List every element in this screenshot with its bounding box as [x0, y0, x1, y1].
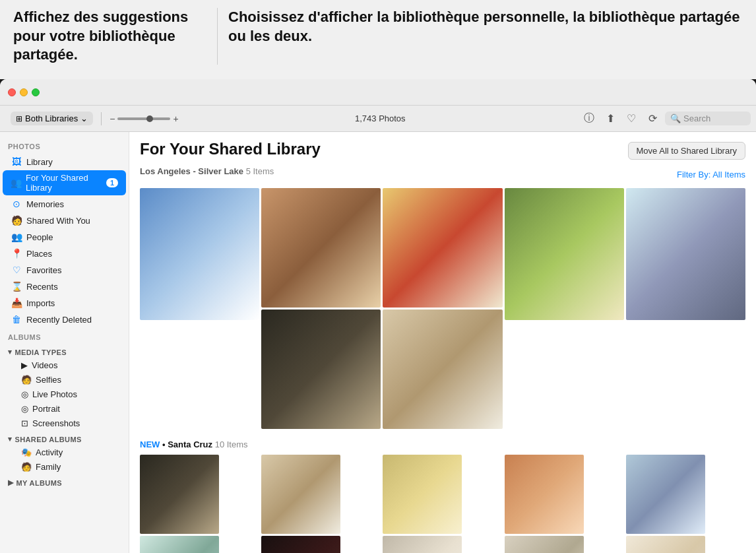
sidebar-label-favorites: Favorites	[26, 265, 61, 275]
chevron-shared-icon: ▾	[8, 435, 12, 443]
search-box[interactable]: 🔍 Search	[665, 112, 751, 125]
sidebar-group-media-types[interactable]: ▾ Media Types	[0, 344, 129, 358]
santa-cruz-label: • Santa Cruz	[162, 439, 212, 449]
toolbar-actions: ⓘ ⬆ ♡ ⟳	[582, 112, 660, 126]
media-types-label: Media Types	[15, 348, 67, 356]
selfies-icon: 🧑	[21, 375, 32, 385]
traffic-lights	[8, 88, 40, 96]
sidebar-item-for-shared-library[interactable]: 👥 For Your Shared Library 1	[3, 170, 126, 195]
photo-item[interactable]	[261, 188, 381, 308]
my-albums-label: My Albums	[16, 479, 62, 487]
photo-item[interactable]	[383, 188, 502, 308]
zoom-control: − +	[110, 114, 178, 124]
sidebar-label-screenshots: Screenshots	[32, 418, 80, 428]
tooltip-overlay: Affichez des suggestions pour votre bibl…	[0, 0, 756, 79]
sidebar-label-family: Family	[36, 462, 61, 472]
sidebar-item-live-photos[interactable]: ◎ Live Photos	[3, 387, 126, 401]
sidebar-item-favorites[interactable]: ♡ Favorites	[3, 262, 126, 278]
photo-item[interactable]	[140, 455, 219, 534]
sidebar-label-places: Places	[26, 249, 52, 259]
photo-item[interactable]	[626, 536, 705, 553]
photo-item[interactable]	[626, 455, 705, 534]
filter-button[interactable]: Filter By: All Items	[677, 170, 745, 179]
activity-icon: 🎭	[21, 447, 32, 457]
section-header: For Your Shared Library Move All to Shar…	[140, 140, 745, 161]
sidebar-item-people[interactable]: 👥 People	[3, 229, 126, 245]
sidebar-item-videos[interactable]: ▶ Videos	[3, 358, 126, 372]
sidebar-label-library: Library	[26, 157, 53, 167]
content-area: Photos 🖼 Library 👥 For Your Shared Libra…	[0, 132, 756, 553]
close-button[interactable]	[8, 88, 16, 96]
favorite-button[interactable]: ♡	[624, 112, 639, 126]
search-icon: 🔍	[670, 114, 681, 123]
sidebar-label-recently-deleted: Recently Deleted	[26, 315, 92, 325]
photo-item[interactable]	[626, 188, 745, 320]
sidebar-item-family[interactable]: 🧑 Family	[3, 460, 126, 474]
maximize-button[interactable]	[32, 88, 40, 96]
sidebar-item-places[interactable]: 📍 Places	[3, 245, 126, 261]
sidebar-label-portrait: Portrait	[32, 404, 60, 414]
sidebar: Photos 🖼 Library 👥 For Your Shared Libra…	[0, 132, 129, 553]
section-divider-santa-cruz: NEW • Santa Cruz 10 Items	[140, 439, 745, 449]
people-icon: 👥	[11, 232, 22, 242]
photo-item[interactable]	[383, 536, 462, 553]
zoom-slider[interactable]	[117, 117, 170, 120]
sidebar-label-selfies: Selfies	[36, 375, 61, 385]
shared-library-icon: 👥	[11, 178, 22, 188]
photo-item[interactable]	[505, 455, 584, 534]
sidebar-label-videos: Videos	[32, 360, 58, 370]
title-bar	[0, 79, 756, 106]
family-icon: 🧑	[21, 462, 32, 472]
rotate-button[interactable]: ⟳	[645, 112, 660, 126]
portrait-icon: ◎	[21, 404, 28, 414]
minimize-button[interactable]	[20, 88, 28, 96]
toolbar-divider	[101, 112, 102, 125]
sidebar-item-library[interactable]: 🖼 Library	[3, 154, 126, 170]
photo-item[interactable]	[505, 536, 584, 553]
memories-icon: ⊙	[11, 199, 22, 209]
zoom-in-icon[interactable]: +	[173, 114, 178, 124]
photo-item[interactable]	[140, 188, 259, 320]
favorites-icon: ♡	[11, 265, 22, 275]
sidebar-item-screenshots[interactable]: ⊡ Screenshots	[3, 416, 126, 430]
photo-item[interactable]	[383, 455, 462, 534]
photo-grid-santa-cruz	[140, 455, 745, 553]
photo-item[interactable]	[261, 455, 340, 534]
photo-item[interactable]	[383, 309, 502, 429]
sidebar-item-activity[interactable]: 🎭 Activity	[3, 445, 126, 459]
tooltip-right: Choisissez d'afficher la bibliothèque pe…	[218, 8, 743, 46]
sidebar-label-people: People	[26, 232, 53, 242]
sidebar-label-for-shared: For Your Shared Library	[26, 173, 102, 193]
places-icon: 📍	[11, 248, 22, 259]
share-button[interactable]: ⬆	[603, 112, 617, 126]
sidebar-label-shared-with-you: Shared With You	[26, 216, 90, 226]
sidebar-label-activity: Activity	[36, 447, 63, 457]
library-selector[interactable]: ⊞ Both Libraries ⌄	[11, 112, 93, 125]
screenshots-icon: ⊡	[21, 418, 28, 428]
sidebar-item-imports[interactable]: 📥 Imports	[3, 295, 126, 311]
sidebar-item-recents[interactable]: ⌛ Recents	[3, 278, 126, 294]
sidebar-item-memories[interactable]: ⊙ Memories	[3, 196, 126, 212]
sidebar-item-shared-with-you[interactable]: 🧑 Shared With You	[3, 212, 126, 228]
sidebar-item-selfies[interactable]: 🧑 Selfies	[3, 373, 126, 387]
chevron-icon: ▾	[8, 348, 12, 356]
zoom-out-icon[interactable]: −	[110, 114, 115, 124]
chevron-down-icon: ⌄	[80, 114, 88, 123]
photo-count: 1,743 Photos	[355, 114, 406, 123]
photo-item[interactable]	[261, 309, 381, 429]
photo-item[interactable]	[261, 536, 340, 553]
photo-item[interactable]	[505, 188, 624, 320]
sidebar-label-recents: Recents	[26, 282, 58, 292]
photo-item[interactable]	[140, 536, 219, 553]
shared-albums-label: Shared Albums	[15, 436, 81, 443]
shared-library-badge: 1	[106, 178, 118, 187]
sidebar-group-shared-albums[interactable]: ▾ Shared Albums	[0, 431, 129, 445]
shared-with-you-icon: 🧑	[11, 215, 22, 226]
sidebar-group-my-albums[interactable]: ▶ My Albums	[0, 474, 129, 488]
sidebar-item-recently-deleted[interactable]: 🗑 Recently Deleted	[3, 311, 126, 327]
move-all-button[interactable]: Move All to Shared Library	[628, 142, 745, 160]
new-tag: NEW	[140, 439, 160, 449]
search-placeholder: Search	[683, 114, 710, 123]
info-button[interactable]: ⓘ	[582, 112, 596, 126]
sidebar-item-portrait[interactable]: ◎ Portrait	[3, 402, 126, 416]
